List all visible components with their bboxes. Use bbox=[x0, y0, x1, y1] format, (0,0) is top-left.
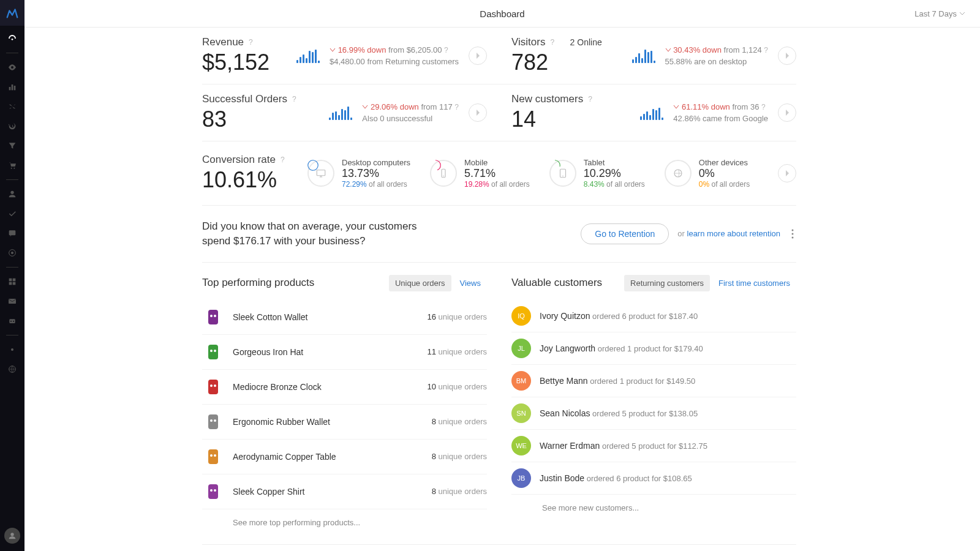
kpi-orders-value: 83 bbox=[202, 107, 296, 132]
device-desktop-computers: Desktop computers 13.73% 72.29% of all o… bbox=[307, 158, 410, 189]
nav-target-icon[interactable] bbox=[0, 244, 24, 262]
nav-chat-icon[interactable] bbox=[0, 224, 24, 242]
help-icon[interactable]: ? bbox=[761, 103, 766, 111]
date-filter[interactable]: Last 7 Days bbox=[914, 9, 965, 18]
device-name: Other devices bbox=[699, 158, 750, 167]
visitors-online-badge: 2 Online bbox=[570, 37, 602, 47]
nav-check-icon[interactable] bbox=[0, 204, 24, 223]
nav-filter-icon[interactable] bbox=[0, 137, 24, 155]
nav-apps-icon[interactable] bbox=[0, 272, 24, 291]
product-name: Aerodynamic Copper Table bbox=[233, 452, 423, 462]
nav-eye-icon[interactable] bbox=[0, 58, 24, 77]
valuable-customers-panel: Valuable customers Returning customers F… bbox=[511, 275, 796, 536]
nav-dashboard-icon[interactable] bbox=[0, 29, 24, 48]
kpi-drilldown-arrow[interactable] bbox=[778, 47, 796, 65]
help-icon[interactable]: ? bbox=[588, 95, 592, 103]
nav-gear-icon[interactable] bbox=[0, 340, 24, 359]
customer-row[interactable]: JB Justin Bode ordered 6 product for $10… bbox=[511, 462, 796, 495]
svg-rect-12 bbox=[9, 282, 12, 285]
kpi-new-customers: New customers? 14 61.11% down from 36 ? … bbox=[511, 84, 796, 141]
kpi-newcust-meta: 61.11% down from 36 ? 42.86% came from G… bbox=[673, 101, 768, 125]
svg-point-20 bbox=[10, 533, 13, 536]
more-menu-icon[interactable] bbox=[789, 227, 796, 241]
tab-views[interactable]: Views bbox=[454, 275, 487, 291]
help-icon[interactable]: ? bbox=[550, 38, 554, 47]
help-icon[interactable]: ? bbox=[454, 103, 459, 111]
kpi-revenue-meta: 16.99% down from $6,205.00 ? $4,480.00 f… bbox=[330, 44, 459, 68]
tab-returning-customers[interactable]: Returning customers bbox=[624, 275, 710, 291]
help-icon[interactable]: ? bbox=[444, 46, 448, 54]
top-products-panel: Top performing products Unique orders Vi… bbox=[202, 275, 487, 536]
customer-row[interactable]: SN Sean Nicolas ordered 5 product for $1… bbox=[511, 397, 796, 430]
customer-detail: Ivory Quitzon ordered 6 product for $187… bbox=[540, 311, 796, 321]
customer-row[interactable]: BM Bettye Mann ordered 1 product for $14… bbox=[511, 365, 796, 397]
nav-globe-icon[interactable] bbox=[0, 360, 24, 378]
customer-avatar: BM bbox=[511, 371, 531, 391]
nav-history-icon[interactable] bbox=[0, 117, 24, 135]
kpi-orders-meta: 29.06% down from 117 ? Also 0 unsuccessf… bbox=[362, 101, 459, 125]
sparkline-newcust bbox=[640, 105, 663, 120]
learn-more-retention-link[interactable]: learn more about retention bbox=[687, 229, 780, 238]
customer-row[interactable]: IQ Ivory Quitzon ordered 6 product for $… bbox=[511, 300, 796, 332]
see-more-customers-link[interactable]: See more new customers... bbox=[511, 495, 796, 521]
svg-rect-40 bbox=[208, 380, 218, 394]
nav-user-icon[interactable] bbox=[0, 185, 24, 203]
svg-point-0 bbox=[12, 39, 13, 40]
svg-rect-13 bbox=[13, 282, 16, 285]
page-title: Dashboard bbox=[480, 9, 524, 19]
see-more-products-link[interactable]: See more top performing products... bbox=[202, 509, 487, 536]
nav-bars-icon[interactable] bbox=[0, 78, 24, 96]
retention-text-2: spend $176.17 with your business? bbox=[202, 234, 581, 249]
product-row[interactable]: Mediocre Bronze Clock 10 unique orders bbox=[202, 370, 487, 405]
product-row[interactable]: Aerodynamic Copper Table 8 unique orders bbox=[202, 440, 487, 474]
sparkline-revenue bbox=[296, 48, 320, 63]
customer-row[interactable]: JL Joy Langworth ordered 1 product for $… bbox=[511, 332, 796, 365]
kpi-drilldown-arrow[interactable] bbox=[778, 103, 796, 122]
svg-point-42 bbox=[214, 384, 216, 387]
go-to-retention-button[interactable]: Go to Retention bbox=[581, 223, 669, 244]
device-name: Tablet bbox=[584, 158, 645, 167]
nav-cart-icon[interactable] bbox=[0, 156, 24, 174]
tab-first-time-customers[interactable]: First time customers bbox=[712, 275, 796, 291]
product-name: Mediocre Bronze Clock bbox=[233, 382, 418, 392]
svg-point-33 bbox=[792, 236, 794, 238]
nav-shuffle-icon[interactable] bbox=[0, 97, 24, 116]
arrow-down-icon bbox=[362, 105, 368, 110]
svg-point-28 bbox=[549, 160, 560, 171]
kpi-drilldown-arrow[interactable] bbox=[778, 164, 796, 182]
customer-row[interactable]: WE Warner Erdman ordered 5 product for $… bbox=[511, 430, 796, 462]
product-row[interactable]: Ergonomic Rubber Wallet 8 unique orders bbox=[202, 405, 487, 440]
app-logo[interactable] bbox=[0, 0, 24, 26]
customer-avatar: WE bbox=[511, 436, 531, 455]
svg-point-31 bbox=[792, 229, 794, 231]
help-icon[interactable]: ? bbox=[764, 46, 768, 54]
user-avatar[interactable] bbox=[4, 528, 20, 544]
sidebar bbox=[0, 0, 24, 551]
nav-robot-icon[interactable] bbox=[0, 312, 24, 330]
svg-rect-2 bbox=[12, 84, 13, 90]
product-row[interactable]: Sleek Copper Shirt 8 unique orders bbox=[202, 474, 487, 509]
tab-unique-orders[interactable]: Unique orders bbox=[389, 275, 451, 291]
svg-point-32 bbox=[792, 233, 794, 234]
svg-point-9 bbox=[11, 252, 13, 254]
customer-detail: Justin Bode ordered 6 product for $108.6… bbox=[540, 473, 796, 483]
svg-point-51 bbox=[214, 489, 216, 492]
kpi-drilldown-arrow[interactable] bbox=[469, 47, 487, 65]
kpi-revenue-value: $5,152 bbox=[202, 50, 270, 75]
help-icon[interactable]: ? bbox=[292, 95, 296, 103]
product-thumb bbox=[202, 481, 224, 503]
device-other-devices: Other devices 0% 0% of all orders bbox=[665, 158, 750, 189]
svg-point-35 bbox=[210, 315, 213, 317]
help-icon[interactable]: ? bbox=[249, 38, 253, 47]
help-icon[interactable]: ? bbox=[281, 156, 285, 164]
svg-point-45 bbox=[214, 419, 216, 422]
product-order-count: 11 unique orders bbox=[427, 347, 487, 356]
nav-mail-icon[interactable] bbox=[0, 292, 24, 310]
product-row[interactable]: Sleek Cotton Wallet 16 unique orders bbox=[202, 300, 487, 335]
device-icon bbox=[665, 160, 692, 187]
product-row[interactable]: Gorgeous Iron Hat 11 unique orders bbox=[202, 335, 487, 370]
svg-rect-43 bbox=[208, 414, 218, 429]
kpi-drilldown-arrow[interactable] bbox=[469, 103, 487, 122]
device-mobile: Mobile 5.71% 19.28% of all orders bbox=[430, 158, 530, 189]
valuable-customers-title: Valuable customers bbox=[511, 277, 602, 289]
